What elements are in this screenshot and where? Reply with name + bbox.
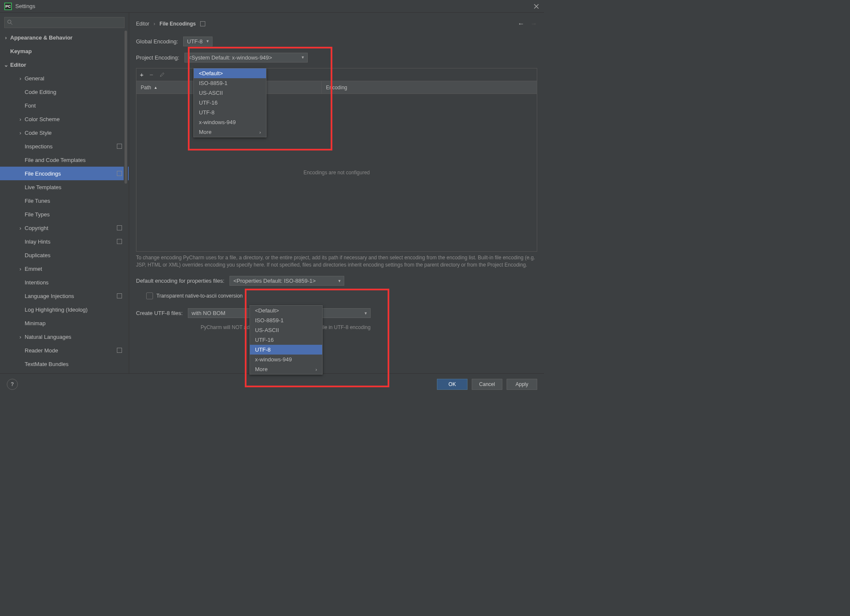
sidebar-item-label: Code Style xyxy=(25,130,52,136)
dropdown-item-label: UTF-8 xyxy=(199,109,215,116)
dropdown-item-label: More xyxy=(255,366,268,372)
search-input[interactable] xyxy=(4,17,125,28)
sidebar-item[interactable]: Language Injections xyxy=(0,289,129,303)
sidebar-item[interactable]: Code Editing xyxy=(0,85,129,99)
sidebar-item[interactable]: Reader Mode xyxy=(0,343,129,357)
footer: ? OK Cancel Apply xyxy=(0,373,544,395)
scope-icon xyxy=(117,144,122,149)
sidebar-item[interactable]: File Tunes xyxy=(0,194,129,207)
dropdown-item[interactable]: US-ASCII xyxy=(250,325,322,335)
sidebar-item[interactable]: ›Copyright xyxy=(0,221,129,235)
scope-icon xyxy=(117,225,122,230)
sidebar-item-label: Log Highlighting (Ideolog) xyxy=(25,307,88,313)
sidebar-item-label: Reader Mode xyxy=(25,347,58,354)
dropdown-item[interactable]: More› xyxy=(250,364,322,374)
sidebar-item[interactable]: TextMate Bundles xyxy=(0,357,129,371)
sidebar-item[interactable]: Intentions xyxy=(0,275,129,289)
sidebar-item[interactable]: ›General xyxy=(0,71,129,85)
project-encoding-dropdown[interactable]: <System Default: x-windows-949> ▼ xyxy=(184,53,308,62)
properties-encoding-dropdown[interactable]: <Properties Default: ISO-8859-1> ▼ xyxy=(230,276,344,286)
sidebar-item-label: File and Code Templates xyxy=(25,157,86,163)
sidebar-item[interactable]: ›Emmet xyxy=(0,262,129,275)
sidebar-item[interactable]: Font xyxy=(0,99,129,112)
dropdown-item-label: UTF-16 xyxy=(199,99,218,106)
encoding-popup-properties[interactable]: <Default>ISO-8859-1US-ASCIIUTF-16UTF-8x-… xyxy=(249,305,323,375)
dropdown-item-label: UTF-8 xyxy=(255,346,271,353)
dropdown-item[interactable]: UTF-8 xyxy=(194,108,266,117)
sidebar-item[interactable]: Inspections xyxy=(0,139,129,153)
tree-scrollbar[interactable] xyxy=(124,31,128,373)
chevron-right-icon: › xyxy=(259,130,261,135)
add-icon[interactable]: + xyxy=(140,71,144,78)
dropdown-item[interactable]: ISO-8859-1 xyxy=(194,78,266,88)
dropdown-item-label: US-ASCII xyxy=(199,90,223,96)
sidebar-item[interactable]: File Encodings xyxy=(0,167,129,180)
ok-button[interactable]: OK xyxy=(437,379,468,390)
sidebar-item-label: Live Templates xyxy=(25,184,61,190)
col-encoding[interactable]: Encoding xyxy=(322,81,537,94)
sidebar-item-label: Emmet xyxy=(25,266,42,272)
create-utf8-label: Create UTF-8 files: xyxy=(136,310,183,316)
dropdown-item[interactable]: <Default> xyxy=(250,306,322,315)
sidebar-item-label: Language Injections xyxy=(25,293,74,299)
tree-arrow-icon: › xyxy=(18,225,23,231)
svg-point-0 xyxy=(8,20,11,23)
dropdown-item[interactable]: x-windows-949 xyxy=(194,117,266,127)
tree-arrow-icon: › xyxy=(18,266,23,272)
sidebar-item[interactable]: Keymap xyxy=(0,44,129,58)
sidebar-item[interactable]: File Types xyxy=(0,207,129,221)
sidebar-item[interactable]: ›Color Scheme xyxy=(0,112,129,126)
dropdown-item[interactable]: UTF-8 xyxy=(250,345,322,355)
remove-icon: − xyxy=(150,71,153,78)
dropdown-item-label: ISO-8859-1 xyxy=(199,80,227,86)
sidebar-item-label: TextMate Bundles xyxy=(25,361,68,367)
tree-arrow-icon: › xyxy=(18,334,23,340)
sort-asc-icon: ▲ xyxy=(154,85,158,90)
edit-icon xyxy=(159,72,165,77)
sidebar-item[interactable]: Minimap xyxy=(0,316,129,330)
chevron-right-icon: › xyxy=(153,21,155,27)
window-title: Settings xyxy=(15,3,35,9)
help-button[interactable]: ? xyxy=(7,379,18,390)
help-paragraph: To change encoding PyCharm uses for a fi… xyxy=(136,254,537,269)
sidebar-item[interactable]: ›Natural Languages xyxy=(0,330,129,343)
apply-button[interactable]: Apply xyxy=(507,379,537,390)
close-icon[interactable] xyxy=(533,3,540,10)
chevron-right-icon: › xyxy=(315,367,317,372)
dropdown-item[interactable]: UTF-16 xyxy=(194,98,266,108)
sidebar-item[interactable]: Inlay Hints xyxy=(0,235,129,248)
dropdown-item[interactable]: UTF-16 xyxy=(250,335,322,345)
sidebar-item-label: Editor xyxy=(10,62,26,68)
breadcrumb-parent[interactable]: Editor xyxy=(136,21,149,27)
sidebar-item[interactable]: ›Appearance & Behavior xyxy=(0,31,129,44)
tree-arrow-icon: ⌄ xyxy=(3,62,8,68)
dropdown-item[interactable]: ISO-8859-1 xyxy=(250,315,322,325)
sidebar-item[interactable]: Log Highlighting (Ideolog) xyxy=(0,303,129,316)
sidebar-item[interactable]: Duplicates xyxy=(0,248,129,262)
sidebar-item[interactable]: TODO xyxy=(0,371,129,373)
global-encoding-dropdown[interactable]: UTF-8 ▼ xyxy=(183,37,212,46)
dropdown-item-label: <Default> xyxy=(199,70,223,77)
sidebar-item[interactable]: File and Code Templates xyxy=(0,153,129,167)
sidebar-item-label: File Tunes xyxy=(25,198,50,204)
settings-tree[interactable]: ›Appearance & BehaviorKeymap⌄Editor›Gene… xyxy=(0,31,129,373)
sidebar: ›Appearance & BehaviorKeymap⌄Editor›Gene… xyxy=(0,13,129,373)
tree-arrow-icon: › xyxy=(18,75,23,82)
sidebar-item[interactable]: ⌄Editor xyxy=(0,58,129,71)
dropdown-item[interactable]: More› xyxy=(194,127,266,137)
dropdown-item[interactable]: US-ASCII xyxy=(194,88,266,98)
dropdown-item[interactable]: <Default> xyxy=(194,68,266,78)
cancel-button[interactable]: Cancel xyxy=(472,379,502,390)
dropdown-item[interactable]: x-windows-949 xyxy=(250,355,322,364)
sidebar-item-label: Copyright xyxy=(25,225,48,231)
scope-icon xyxy=(117,293,122,298)
sidebar-item[interactable]: ›Code Style xyxy=(0,126,129,139)
sidebar-item-label: Color Scheme xyxy=(25,116,60,122)
table-empty-text: Encodings are not configured xyxy=(303,170,370,176)
nav-back-icon[interactable]: ← xyxy=(518,20,524,28)
sidebar-item[interactable]: Live Templates xyxy=(0,180,129,194)
tree-arrow-icon: › xyxy=(18,116,23,122)
native-to-ascii-checkbox[interactable] xyxy=(146,292,153,299)
chevron-down-icon: ▼ xyxy=(301,55,305,60)
encoding-popup-project[interactable]: <Default>ISO-8859-1US-ASCIIUTF-16UTF-8x-… xyxy=(193,68,266,137)
